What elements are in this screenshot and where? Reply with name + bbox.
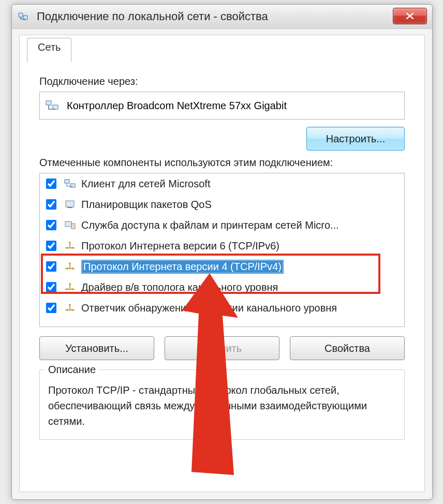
client-icon xyxy=(64,179,76,189)
properties-button[interactable]: Свойства xyxy=(290,336,405,360)
svg-point-15 xyxy=(66,247,68,249)
adapter-field: Контроллер Broadcom NetXtreme 57xx Gigab… xyxy=(39,92,405,120)
component-label: Протокол Интернета версии 6 (TCP/IPv6) xyxy=(81,240,279,252)
component-label: Клиент для сетей Microsoft xyxy=(81,178,210,190)
list-item[interactable]: Клиент для сетей Microsoft xyxy=(40,173,404,194)
properties-window: Подключение по локальной сети - свойства… xyxy=(11,4,433,500)
component-checkbox[interactable] xyxy=(46,199,56,210)
component-checkbox[interactable] xyxy=(46,282,56,292)
window-title: Подключение по локальной сети - свойства xyxy=(37,10,268,23)
network-adapter-icon xyxy=(45,98,60,113)
proto-icon xyxy=(64,303,76,313)
connect-via-label: Подключение через: xyxy=(39,76,405,87)
component-label: Планировщик пакетов QoS xyxy=(81,199,212,211)
list-item[interactable]: Протокол Интернета версии 6 (TCP/IPv6) xyxy=(40,235,404,256)
svg-point-26 xyxy=(71,288,73,290)
component-label: Драйвер в/в тополога канального уровня xyxy=(81,281,278,293)
svg-rect-10 xyxy=(66,201,74,207)
close-icon xyxy=(405,12,415,20)
description-legend: Описание xyxy=(45,364,99,376)
svg-point-25 xyxy=(66,288,68,290)
proto-icon xyxy=(64,261,76,272)
list-item[interactable]: Протокол Интернета версии 4 (TCP/IPv4) xyxy=(40,256,404,277)
tab-strip: Сеть xyxy=(27,41,417,63)
component-checkbox[interactable] xyxy=(46,220,56,230)
list-item[interactable]: Планировщик пакетов QoS xyxy=(40,194,404,215)
list-item[interactable]: Служба доступа к файлам и принтерам сете… xyxy=(40,215,404,235)
svg-rect-13 xyxy=(71,224,75,229)
remove-button[interactable]: Удалить xyxy=(165,336,279,360)
description-text: Протокол TCP/IP - стандартный протокол г… xyxy=(48,382,396,429)
svg-point-33 xyxy=(69,304,71,306)
share-icon xyxy=(64,220,76,230)
qos-icon xyxy=(64,199,76,210)
svg-point-28 xyxy=(69,283,71,285)
list-item[interactable]: Драйвер в/в тополога канального уровня xyxy=(40,277,404,298)
svg-point-20 xyxy=(66,268,68,270)
description-group: Описание Протокол TCP/IP - стандартный п… xyxy=(39,369,405,440)
close-button[interactable] xyxy=(393,8,427,24)
configure-button[interactable]: Настроить... xyxy=(306,127,405,151)
adapter-name: Контроллер Broadcom NetXtreme 57xx Gigab… xyxy=(67,100,287,112)
component-checkbox[interactable] xyxy=(46,261,56,272)
svg-rect-6 xyxy=(65,180,69,183)
svg-point-31 xyxy=(71,309,73,311)
components-label: Отмеченные компоненты используются этим … xyxy=(39,157,405,169)
install-button[interactable]: Установить... xyxy=(39,336,154,360)
proto-icon xyxy=(64,241,76,251)
svg-point-21 xyxy=(71,268,73,270)
component-checkbox[interactable] xyxy=(46,179,56,189)
network-connection-icon xyxy=(17,10,29,23)
tab-network[interactable]: Сеть xyxy=(27,38,71,63)
svg-point-16 xyxy=(71,247,73,249)
svg-rect-4 xyxy=(46,101,51,105)
svg-rect-0 xyxy=(19,13,23,17)
component-checkbox[interactable] xyxy=(46,241,56,251)
svg-point-30 xyxy=(66,309,68,311)
components-list[interactable]: Клиент для сетей MicrosoftПланировщик па… xyxy=(39,173,405,327)
client-area: Сеть Подключение через: Контроллер Broad… xyxy=(19,35,425,492)
component-checkbox[interactable] xyxy=(46,303,56,313)
proto-icon xyxy=(64,282,76,292)
list-item[interactable]: Ответчик обнаружения топологии канальног… xyxy=(40,298,404,318)
component-label: Протокол Интернета версии 4 (TCP/IPv4) xyxy=(81,260,284,274)
svg-rect-11 xyxy=(67,207,72,208)
svg-rect-12 xyxy=(65,221,71,227)
component-label: Ответчик обнаружения топологии канальног… xyxy=(81,302,337,314)
titlebar[interactable]: Подключение по локальной сети - свойства xyxy=(12,5,432,29)
svg-point-23 xyxy=(69,262,71,264)
svg-rect-7 xyxy=(70,184,75,187)
component-label: Служба доступа к файлам и принтерам сете… xyxy=(81,219,339,231)
tab-body: Подключение через: Контроллер Broadcom N… xyxy=(27,62,417,484)
svg-point-18 xyxy=(69,242,71,244)
svg-rect-5 xyxy=(53,105,58,109)
